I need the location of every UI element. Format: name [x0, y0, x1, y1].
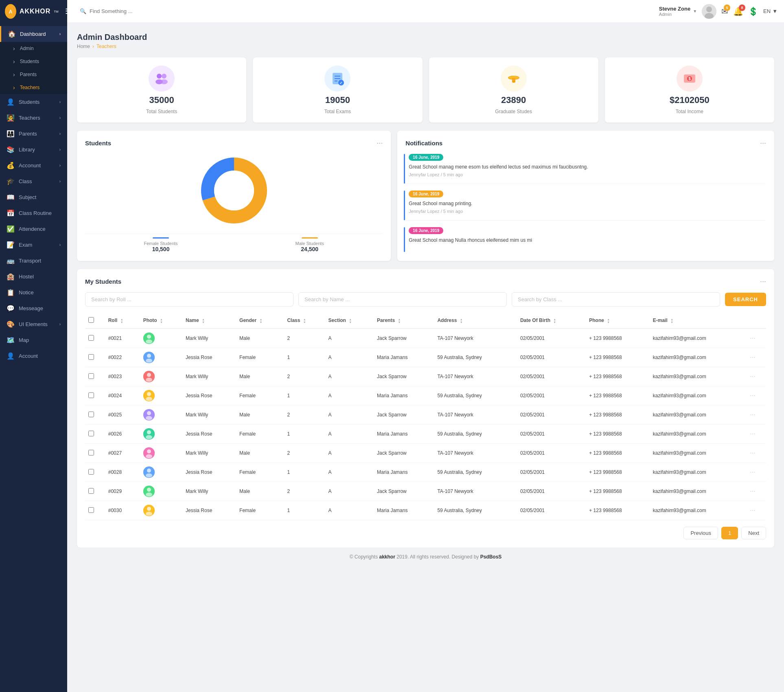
row-dots-5[interactable]: ··· — [750, 430, 755, 437]
bell-icon-container[interactable]: 🔔 8 — [733, 7, 743, 16]
sidebar-item-teachers[interactable]: 🧑‍🏫 Teachers › — [0, 110, 67, 126]
row-actions-1[interactable]: ··· — [747, 348, 766, 367]
sidebar-item-notice[interactable]: 📋 Notice — [0, 285, 67, 300]
students-card-header: My Students ··· — [85, 277, 766, 286]
sort-email[interactable]: ▲▼ — [670, 318, 673, 324]
row-dots-3[interactable]: ··· — [750, 392, 755, 399]
sidebar-item-parents[interactable]: 👨‍👩‍👧 Parents › — [0, 126, 67, 142]
row-dots-9[interactable]: ··· — [750, 507, 755, 514]
bell-badge: 8 — [739, 4, 745, 11]
row-dots-2[interactable]: ··· — [750, 373, 755, 380]
sidebar-item-hostel[interactable]: 🏨 Hostel — [0, 269, 67, 285]
sidebar-item-transport[interactable]: 🚌 Transport — [0, 253, 67, 269]
row-actions-0[interactable]: ··· — [747, 328, 766, 348]
sidebar-item-account2[interactable]: 👤 Account — [0, 348, 67, 364]
row-actions-3[interactable]: ··· — [747, 386, 766, 405]
row-name-4: Mark Willy — [182, 405, 236, 425]
notif-item-0: 16 June, 2019 Great School manag mene es… — [405, 154, 766, 184]
row-dots-4[interactable]: ··· — [750, 411, 755, 418]
sidebar-item-dashboard[interactable]: 🏠 Dashboard › — [0, 26, 67, 42]
row-actions-6[interactable]: ··· — [747, 444, 766, 463]
sort-dob[interactable]: ▲▼ — [553, 318, 556, 324]
row-actions-4[interactable]: ··· — [747, 405, 766, 425]
hamburger-icon[interactable]: ☰ — [65, 7, 72, 16]
next-button[interactable]: Next — [741, 527, 766, 539]
sidebar-item-exam[interactable]: 📝 Exam › — [0, 237, 67, 253]
sidebar-item-class-routine[interactable]: 📅 Class Routine — [0, 205, 67, 221]
sidebar-item-subject[interactable]: 📖 Subject — [0, 189, 67, 205]
row-dots-6[interactable]: ··· — [750, 449, 755, 456]
row-check-2[interactable] — [88, 373, 94, 379]
search-roll-input[interactable] — [85, 292, 293, 307]
search-button[interactable]: SEARCH — [725, 293, 766, 306]
sidebar-item-class[interactable]: 🎓 Class › — [0, 173, 67, 189]
previous-button[interactable]: Previous — [683, 527, 718, 539]
sidebar-item-messeage[interactable]: 💬 Messeage — [0, 300, 67, 316]
row-actions-7[interactable]: ··· — [747, 463, 766, 482]
sort-roll[interactable]: ▲▼ — [120, 318, 123, 324]
page-1-button[interactable]: 1 — [721, 527, 738, 539]
row-check-5[interactable] — [88, 431, 94, 436]
row-dots-7[interactable]: ··· — [750, 469, 755, 475]
sort-section[interactable]: ▲▼ — [349, 318, 352, 324]
sidebar-sub-admin[interactable]: Admin — [0, 42, 67, 55]
notif-options-icon[interactable]: ··· — [760, 139, 766, 147]
search-input[interactable] — [90, 8, 179, 14]
sidebar-item-library[interactable]: 📚 Library › — [0, 142, 67, 158]
row-check-6[interactable] — [88, 450, 94, 455]
row-check-8[interactable] — [88, 488, 94, 494]
sort-class[interactable]: ▲▼ — [303, 318, 306, 324]
sort-photo[interactable]: ▲▼ — [160, 318, 163, 324]
row-actions-8[interactable]: ··· — [747, 482, 766, 501]
sidebar-item-account[interactable]: 💰 Acconunt › — [0, 158, 67, 173]
row-dots-0[interactable]: ··· — [750, 335, 755, 342]
row-actions-2[interactable]: ··· — [747, 367, 766, 386]
sidebar-sub-students[interactable]: Students — [0, 55, 67, 68]
col-phone: Phone ▲▼ — [586, 313, 650, 328]
row-check-1[interactable] — [88, 354, 94, 360]
stat-label-students: Total Students — [146, 109, 177, 114]
language-selector[interactable]: EN ▼ — [763, 8, 777, 14]
row-check-4[interactable] — [88, 412, 94, 417]
chart-options-icon[interactable]: ··· — [377, 139, 383, 147]
row-actions-9[interactable]: ··· — [747, 501, 766, 520]
row-dots-8[interactable]: ··· — [750, 488, 755, 495]
sidebar-item-students[interactable]: 👤 Students › — [0, 94, 67, 110]
sidebar-item-map[interactable]: 🗺️ Map — [0, 332, 67, 348]
row-check-9[interactable] — [88, 507, 94, 513]
sort-address[interactable]: ▲▼ — [460, 318, 463, 324]
search-class-input[interactable] — [512, 292, 720, 307]
breadcrumb-home[interactable]: Home — [77, 44, 90, 49]
row-check-0[interactable] — [88, 335, 94, 341]
user-dropdown-icon[interactable]: ▼ — [693, 9, 697, 13]
notif-text-1: Great School manag printing. — [409, 200, 766, 207]
select-all-checkbox[interactable] — [88, 317, 94, 323]
search-name-input[interactable] — [298, 292, 507, 307]
col-section: Section ▲▼ — [325, 313, 374, 328]
row-check-7[interactable] — [88, 469, 94, 475]
row-roll-9: #0030 — [105, 501, 140, 520]
currency-icon-container[interactable]: 💲 — [748, 7, 758, 16]
sort-gender[interactable]: ▲▼ — [259, 318, 262, 324]
students-options-icon[interactable]: ··· — [760, 277, 766, 286]
notif-date-2: 16 June, 2019 — [409, 227, 443, 234]
row-photo-0 — [140, 328, 182, 348]
sidebar-sub-teachers[interactable]: Teachers — [0, 81, 67, 94]
svg-point-25 — [214, 171, 254, 210]
mail-icon-container[interactable]: ✉ 5 — [721, 7, 728, 16]
row-check-3[interactable] — [88, 392, 94, 398]
row-dob-6: 02/05/2001 — [517, 444, 586, 463]
sidebar-item-ui-elements[interactable]: 🎨 UI Elements › — [0, 316, 67, 332]
row-address-3: 59 Australia, Sydney — [434, 386, 517, 405]
row-dots-1[interactable]: ··· — [750, 354, 755, 361]
svg-point-49 — [146, 473, 152, 477]
row-gender-9: Female — [236, 501, 284, 520]
sidebar-item-attendence[interactable]: ✅ Attendence — [0, 221, 67, 237]
logo-area: A AKKHOR TM ☰ — [0, 0, 67, 23]
row-actions-5[interactable]: ··· — [747, 425, 766, 444]
sort-phone[interactable]: ▲▼ — [607, 318, 610, 324]
sort-parents[interactable]: ▲▼ — [398, 318, 401, 324]
sort-name[interactable]: ▲▼ — [202, 318, 205, 324]
sidebar-label-subject: Subject — [19, 194, 36, 200]
sidebar-sub-parents[interactable]: Parents — [0, 68, 67, 81]
